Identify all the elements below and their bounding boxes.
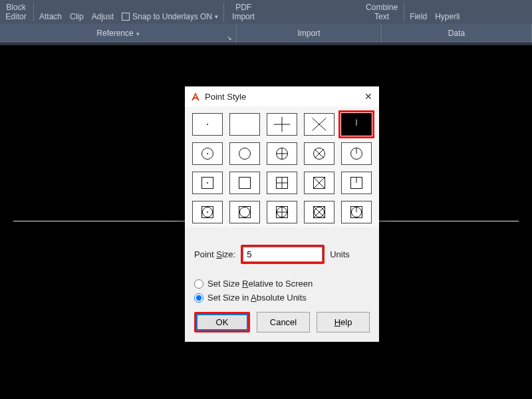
accel-s: S <box>216 249 222 259</box>
ribbon-label: Snap to Underlays ON <box>132 12 212 21</box>
ribbon-label: Clip <box>70 12 84 21</box>
svg-point-17 <box>239 207 249 217</box>
ribbon-label: Field <box>410 12 427 21</box>
radio-absolute-label: Set Size in Absolute Units <box>207 293 307 303</box>
style-square-dot[interactable] <box>192 172 223 194</box>
ribbon-snap-underlays[interactable]: Snap to Underlays ON ▾ <box>118 0 222 21</box>
radio-relative[interactable]: Set Size Relative to Screen <box>194 279 370 289</box>
separator <box>404 3 404 21</box>
point-style-dialog: Point Style ✕ Point Size: <box>185 86 379 342</box>
ribbon-label: Block <box>6 3 25 12</box>
ribbon-disabled-group <box>261 0 361 21</box>
highlight-ok: OK <box>194 312 250 332</box>
ribbon-hyperlink[interactable]: Hyperli <box>431 0 464 21</box>
ribbon-lower-edge <box>0 43 532 45</box>
ribbon-label: Adjust <box>92 12 114 21</box>
panel-label: Reference <box>96 29 139 38</box>
ribbon-clip[interactable]: Clip <box>66 0 88 21</box>
style-dot[interactable] <box>192 113 223 136</box>
radio-absolute-input[interactable] <box>194 293 203 303</box>
titlebar[interactable]: Point Style ✕ <box>185 86 379 106</box>
autocad-app-icon <box>190 91 201 102</box>
style-square-plus[interactable] <box>267 172 297 194</box>
svg-point-3 <box>239 148 251 160</box>
ribbon-label: PDF <box>235 3 251 12</box>
style-square-x[interactable] <box>304 172 334 194</box>
dialog-title: Point Style <box>205 92 354 102</box>
separator <box>33 3 34 21</box>
svg-point-2 <box>207 153 208 154</box>
style-x[interactable] <box>304 113 334 136</box>
point-size-label: Point Size: <box>194 249 235 259</box>
style-square-circle-plus[interactable] <box>267 201 297 223</box>
style-circle[interactable] <box>229 142 260 165</box>
dialog-buttons: OK Cancel Help <box>185 307 379 342</box>
ribbon-label: Text <box>374 12 389 21</box>
radio-absolute[interactable]: Set Size in Absolute Units <box>194 293 370 303</box>
ribbon-combine-text[interactable]: Combine Text <box>361 0 402 21</box>
ribbon-adjust[interactable]: Adjust <box>88 0 118 21</box>
svg-point-15 <box>207 211 208 213</box>
style-tick[interactable] <box>341 113 372 136</box>
style-square-circle-tick[interactable] <box>341 201 372 223</box>
panel-import[interactable]: Import <box>237 24 382 43</box>
panel-reference[interactable]: Reference ↘ <box>0 24 237 43</box>
ribbon-label: Hyperli <box>435 12 460 21</box>
ribbon-label: Editor <box>5 12 26 21</box>
svg-point-0 <box>207 124 208 125</box>
ribbon-attach[interactable]: Attach <box>35 0 66 21</box>
point-size-input[interactable] <box>243 247 323 262</box>
ribbon-label: Combine <box>366 3 398 12</box>
style-square-tick[interactable] <box>341 172 372 194</box>
point-style-grid <box>185 106 379 227</box>
ribbon-field[interactable]: Field <box>406 0 431 21</box>
style-circle-tick[interactable] <box>341 142 372 165</box>
ok-button[interactable]: OK <box>196 314 248 331</box>
style-plus[interactable] <box>267 113 297 136</box>
radio-relative-label: Set Size Relative to Screen <box>207 279 313 289</box>
chevron-down-icon: ▾ <box>215 12 218 21</box>
ribbon: Block Editor Attach Clip Adjust Snap to … <box>0 0 532 45</box>
ribbon-block-editor[interactable]: Block Editor <box>0 0 32 21</box>
panel-label: Import <box>297 29 320 38</box>
panel-data[interactable]: Data <box>382 24 532 43</box>
close-icon: ✕ <box>364 91 372 102</box>
svg-rect-9 <box>239 178 251 189</box>
svg-rect-16 <box>239 207 251 218</box>
size-mode-radios: Set Size Relative to Screen Set Size in … <box>185 268 379 307</box>
style-circle-plus[interactable] <box>267 142 297 165</box>
style-square[interactable] <box>229 172 260 194</box>
style-circle-dot[interactable] <box>192 142 223 165</box>
style-none[interactable] <box>229 113 260 136</box>
ribbon-panels: Reference ↘ Import Data <box>0 24 532 43</box>
ribbon-pdf-import[interactable]: PDF Import <box>225 0 261 21</box>
ribbon-label: Import <box>232 12 255 21</box>
units-label: Units <box>330 249 350 259</box>
style-square-circle[interactable] <box>229 201 260 223</box>
point-size-row: Point Size: Units <box>185 227 379 268</box>
ribbon-row: Block Editor Attach Clip Adjust Snap to … <box>0 0 532 24</box>
style-square-circle-dot[interactable] <box>192 201 223 223</box>
separator <box>223 3 224 21</box>
panel-label: Data <box>448 29 465 38</box>
ribbon-label: Attach <box>39 12 62 21</box>
cancel-button[interactable]: Cancel <box>257 312 310 332</box>
style-square-circle-x[interactable] <box>304 201 334 223</box>
snap-icon <box>122 13 130 21</box>
close-button[interactable]: ✕ <box>358 86 379 106</box>
style-circle-x[interactable] <box>304 142 334 165</box>
radio-relative-input[interactable] <box>194 279 203 289</box>
svg-point-8 <box>207 182 208 184</box>
help-button[interactable]: Help <box>317 312 370 332</box>
highlight-point-size <box>241 245 325 264</box>
